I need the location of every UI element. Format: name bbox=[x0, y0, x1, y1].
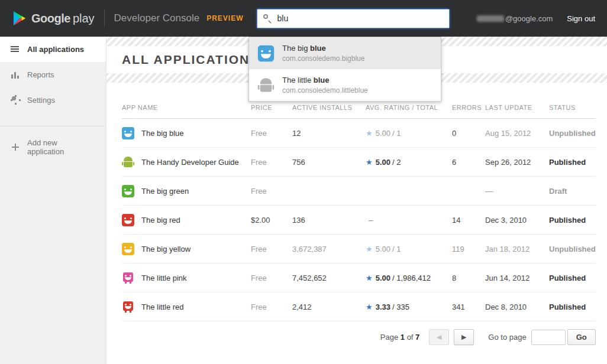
rating-cell bbox=[366, 187, 452, 196]
search-icon bbox=[263, 14, 273, 23]
errors-cell: 6 bbox=[452, 158, 485, 167]
app-icon bbox=[122, 185, 134, 197]
prev-page-button: ◀ bbox=[429, 329, 449, 345]
suggestion-item[interactable]: The little blue com.consoledemo.littlebl… bbox=[249, 69, 441, 101]
suggestion-text: The big blue com.consoledemo.bigblue bbox=[282, 44, 364, 63]
rating-total: / 1,986,412 bbox=[392, 274, 431, 282]
page-word: Page bbox=[380, 333, 398, 342]
goto-page-input[interactable] bbox=[531, 330, 566, 345]
app-name[interactable]: The big yellow bbox=[141, 245, 191, 254]
active-installs-cell: 2,412 bbox=[292, 303, 366, 311]
app-name-cell: The big red bbox=[122, 214, 251, 226]
errors-cell: 8 bbox=[452, 274, 485, 282]
app-row[interactable]: The big yellow Free 3,672,387 ★5.00/ 1 1… bbox=[122, 235, 596, 264]
account-area: @google.com Sign out bbox=[477, 14, 595, 23]
applications-table: APP NAME PRICE ACTIVE INSTALLS AVG. RATI… bbox=[106, 83, 607, 353]
app-name-cell: The little pink bbox=[122, 272, 251, 284]
status-cell: Unpublished bbox=[549, 245, 596, 254]
account-email-domain: @google.com bbox=[505, 14, 553, 23]
pagination: Page 1 of 7 ◀ ▶ Go to page Go bbox=[122, 321, 596, 353]
price-cell: $2.00 bbox=[251, 216, 292, 225]
search-input[interactable] bbox=[257, 9, 450, 28]
suggestion-app-icon bbox=[257, 45, 273, 61]
app-name-cell: The little red bbox=[122, 301, 251, 313]
app-name[interactable]: The Handy Developer Guide bbox=[141, 158, 239, 167]
status-cell: Published bbox=[549, 303, 596, 311]
rating-value: 5.00 bbox=[376, 245, 390, 254]
app-name[interactable]: The little pink bbox=[141, 274, 187, 282]
sidebar-item-icon bbox=[11, 96, 20, 105]
app-name[interactable]: The big green bbox=[141, 187, 189, 196]
app-row[interactable]: The Handy Developer Guide Free 756 ★5.00… bbox=[122, 148, 596, 177]
current-page: 1 bbox=[401, 333, 405, 342]
column-header: AVG. RATING / TOTAL bbox=[366, 104, 452, 111]
page-indicator: Page 1 of 7 bbox=[380, 333, 420, 342]
errors-cell: 14 bbox=[452, 216, 485, 225]
app-row[interactable]: The little pink Free 7,452,652 ★5.00/ 1,… bbox=[122, 264, 596, 292]
price-cell: Free bbox=[251, 187, 292, 196]
next-page-button[interactable]: ▶ bbox=[454, 329, 474, 345]
sidebar-item[interactable]: All applications bbox=[0, 37, 106, 62]
rating-total: / 2 bbox=[392, 158, 401, 167]
rating-cell: ★5.00/ 1 bbox=[366, 129, 452, 138]
rating-value: 5.00 bbox=[376, 129, 390, 138]
column-header: STATUS bbox=[549, 104, 596, 111]
active-installs-cell: 3,672,387 bbox=[292, 245, 366, 254]
of-word: of bbox=[407, 333, 414, 342]
table-body: The big blue Free 12 ★5.00/ 1 0 Aug 15, … bbox=[122, 119, 596, 321]
play-triangle-icon bbox=[13, 11, 26, 25]
goto-page-group: Go bbox=[531, 329, 596, 345]
sidebar-item-icon bbox=[11, 45, 20, 54]
sidebar: All applications Reports Settings Add ne… bbox=[0, 37, 106, 364]
rating-cell: ★5.00/ 1,986,412 bbox=[366, 274, 452, 282]
rating-cell: ★5.00/ 2 bbox=[366, 158, 452, 167]
app-row[interactable]: The little red Free 2,412 ★3.33/ 335 341… bbox=[122, 292, 596, 321]
star-icon: ★ bbox=[366, 274, 373, 282]
active-installs-cell: 7,452,652 bbox=[292, 274, 366, 282]
sidebar-item[interactable]: Settings bbox=[0, 87, 106, 113]
rating-value: 5.00 bbox=[376, 274, 390, 282]
star-icon: ★ bbox=[366, 158, 373, 167]
app-icon bbox=[122, 127, 134, 139]
last-update-cell: Sep 26, 2012 bbox=[485, 158, 549, 167]
star-icon: ★ bbox=[366, 303, 373, 311]
app-name[interactable]: The big red bbox=[141, 216, 180, 225]
app-row[interactable]: The big blue Free 12 ★5.00/ 1 0 Aug 15, … bbox=[122, 119, 596, 148]
last-update-cell: Jan 18, 2012 bbox=[485, 245, 549, 254]
app-icon bbox=[122, 214, 134, 226]
sidebar-item[interactable]: Reports bbox=[0, 62, 106, 87]
prev-arrow-icon: ◀ bbox=[437, 333, 441, 341]
errors-cell: 119 bbox=[452, 245, 485, 254]
app-name-cell: The big blue bbox=[122, 127, 251, 139]
rating-total: / 335 bbox=[392, 303, 409, 311]
add-new-application-button[interactable]: Add new application bbox=[0, 130, 106, 164]
last-update-cell: Aug 15, 2012 bbox=[485, 129, 549, 138]
total-pages: 7 bbox=[415, 333, 419, 342]
active-installs-cell: 756 bbox=[292, 158, 366, 167]
app-name-cell: The big yellow bbox=[122, 243, 251, 255]
suggestion-item[interactable]: The big blue com.consoledemo.bigblue bbox=[249, 37, 441, 69]
google-play-logo[interactable]: Google play bbox=[13, 11, 95, 25]
column-header: PRICE bbox=[251, 104, 292, 111]
status-cell: Published bbox=[549, 274, 596, 282]
app-name-cell: The Handy Developer Guide bbox=[122, 156, 251, 168]
last-update-cell: — bbox=[485, 187, 549, 196]
suggestion-icon-wrap bbox=[257, 45, 274, 61]
sidebar-divider bbox=[0, 126, 106, 126]
app-name[interactable]: The little red bbox=[141, 303, 184, 311]
next-arrow-icon: ▶ bbox=[461, 333, 466, 341]
app-row[interactable]: The big red $2.00 136 – 14 Dec 3, 2010 P… bbox=[122, 206, 596, 235]
go-button[interactable]: Go bbox=[567, 329, 596, 345]
sidebar-item-icon bbox=[11, 70, 20, 79]
last-update-cell: Dec 3, 2010 bbox=[485, 216, 549, 225]
app-row[interactable]: The big green Free — Draft bbox=[122, 177, 596, 206]
errors-cell: 0 bbox=[452, 129, 485, 138]
sidebar-item-label: Settings bbox=[27, 96, 55, 105]
suggestion-package: com.consoledemo.bigblue bbox=[282, 54, 364, 63]
app-name[interactable]: The big blue bbox=[141, 129, 184, 138]
column-header: LAST UPDATE bbox=[485, 104, 549, 111]
sign-out-link[interactable]: Sign out bbox=[567, 14, 595, 23]
sidebar-item-label: All applications bbox=[27, 45, 84, 54]
suggestion-title: The little blue bbox=[282, 76, 368, 84]
sidebar-nav: All applications Reports Settings bbox=[0, 37, 106, 113]
